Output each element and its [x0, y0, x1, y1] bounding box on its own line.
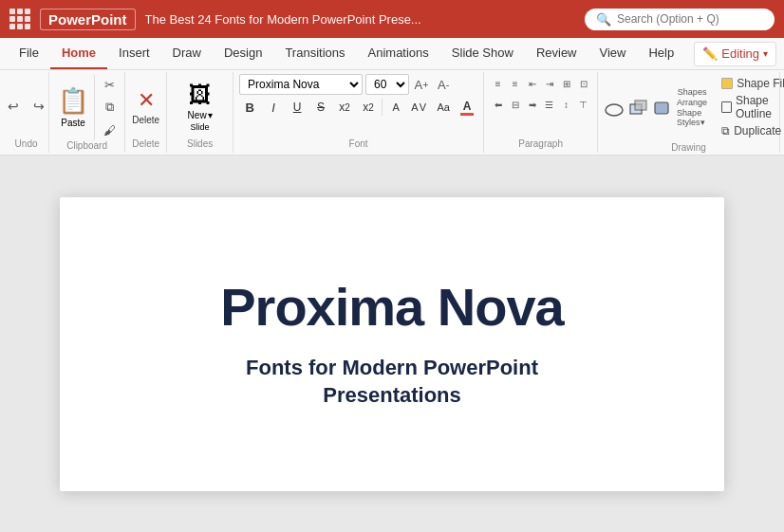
shape-fill-label: Shape Fill — [737, 77, 784, 90]
italic-button[interactable]: I — [263, 97, 284, 118]
canvas-area: Proxima Nova Fonts for Modern PowerPoint… — [0, 156, 784, 532]
font-group: Proxima Nova 60 A+ A- B I U S x2 x2 A AV… — [233, 72, 484, 153]
font-color-button[interactable]: A — [457, 97, 477, 118]
chevron-down-icon: ▾ — [763, 48, 768, 59]
tab-design[interactable]: Design — [213, 38, 273, 69]
align-text-button[interactable]: ⊤ — [575, 95, 591, 114]
columns-button[interactable]: ⊞ — [558, 74, 574, 93]
paragraph-group-label: Paragraph — [490, 138, 591, 151]
shape-arrange-button[interactable] — [627, 94, 648, 120]
align-right-button[interactable]: ➡ — [524, 95, 540, 114]
bold-button[interactable]: B — [239, 97, 260, 118]
search-box[interactable]: 🔍 — [585, 9, 775, 30]
increase-indent-button[interactable]: ⇥ — [541, 74, 557, 93]
text-shadow-button[interactable]: A — [385, 97, 406, 118]
slide-canvas: Proxima Nova Fonts for Modern PowerPoint… — [60, 197, 724, 491]
shape-outline-label: Shape Outline — [736, 94, 784, 120]
tab-view[interactable]: View — [588, 38, 638, 69]
paragraph-dialog-button[interactable]: ⊡ — [575, 74, 591, 93]
shapes-label-group: Shapes Arrange Shape Styles▾ — [677, 87, 707, 127]
font-case-button[interactable]: Aa — [433, 97, 454, 118]
svg-rect-3 — [655, 102, 668, 114]
numbered-list-button[interactable]: ≡ — [507, 74, 523, 93]
svg-point-0 — [606, 104, 623, 116]
styles-label: Shape Styles▾ — [677, 108, 707, 127]
slide-subtitle: Fonts for Modern PowerPoint Presentation… — [246, 354, 538, 410]
app-grid-icon[interactable] — [9, 9, 30, 29]
subscript-button[interactable]: x2 — [334, 97, 355, 118]
copy-button[interactable]: ⧉ — [97, 97, 121, 118]
font-color-icon: A — [460, 100, 474, 116]
tab-review[interactable]: Review — [525, 38, 588, 69]
font-name-row: Proxima Nova 60 A+ A- — [239, 74, 477, 95]
duplicate-icon: ⧉ — [721, 124, 730, 138]
editing-mode-button[interactable]: ✏️ Editing ▾ — [694, 42, 776, 66]
tab-draw[interactable]: Draw — [161, 38, 213, 69]
character-spacing-button[interactable]: AV — [409, 97, 430, 118]
font-size-increase-button[interactable]: A+ — [412, 75, 431, 94]
cut-button[interactable]: ✂ — [97, 74, 121, 95]
drawing-group: Shapes Arrange Shape Styles▾ Shape Fill … — [598, 72, 780, 153]
title-bar: PowerPoint The Best 24 Fonts for Modern … — [0, 0, 784, 38]
shapes-label: Shapes — [678, 87, 707, 97]
paste-icon: 📋 — [58, 86, 88, 116]
arrange-label: Arrange — [677, 98, 707, 107]
underline-button[interactable]: U — [287, 97, 308, 118]
new-slide-label: New▾ — [188, 110, 213, 120]
duplicate-label: Duplicate — [734, 124, 781, 138]
new-slide-button[interactable]: 🖼 New▾ Slide — [180, 78, 220, 136]
tab-transitions[interactable]: Transitions — [273, 38, 356, 69]
delete-button[interactable]: ✕ Delete — [127, 85, 164, 128]
tab-file[interactable]: File — [8, 38, 50, 69]
undo-redo-buttons: ↩ ↪ — [1, 96, 51, 117]
new-slide-sublabel: Slide — [191, 122, 210, 132]
drawing-shapes-row: Shapes Arrange Shape Styles▾ Shape Fill … — [604, 74, 774, 140]
delete-group-label: Delete — [132, 138, 159, 151]
slides-group-label: Slides — [187, 138, 213, 151]
tab-help[interactable]: Help — [637, 38, 685, 69]
redo-button[interactable]: ↪ — [27, 96, 51, 117]
decrease-indent-button[interactable]: ⇤ — [524, 74, 540, 93]
strikethrough-button[interactable]: S — [310, 97, 331, 118]
bullets-button[interactable]: ≡ — [490, 74, 506, 93]
superscript-button[interactable]: x2 — [358, 97, 379, 118]
shape-outline-button[interactable]: Shape Outline — [719, 93, 784, 121]
shape-fill-button[interactable]: Shape Fill — [719, 76, 784, 91]
delete-content: ✕ Delete — [127, 74, 164, 138]
clipboard-group: 📋 Paste ✂ ⧉ 🖌 Clipboard — [49, 72, 125, 153]
shape-fill-icon — [721, 78, 733, 89]
search-input[interactable] — [617, 12, 750, 26]
paste-button[interactable]: 📋 Paste — [52, 74, 95, 140]
slide-subtitle-line1: Fonts for Modern PowerPoint — [246, 356, 538, 379]
delete-group: ✕ Delete Delete — [125, 72, 167, 153]
slides-group: 🖼 New▾ Slide Slides — [167, 72, 233, 153]
duplicate-button[interactable]: ⧉ Duplicate — [719, 123, 784, 138]
align-left-button[interactable]: ⬅ — [490, 95, 506, 114]
undo-group-label: Undo — [15, 138, 38, 151]
undo-group-content: ↩ ↪ — [1, 74, 51, 138]
font-group-label: Font — [239, 138, 477, 151]
undo-button[interactable]: ↩ — [1, 96, 26, 117]
justify-button[interactable]: ☰ — [541, 95, 557, 114]
format-painter-button[interactable]: 🖌 — [97, 119, 121, 140]
delete-icon: ✕ — [138, 88, 155, 113]
text-direction-button[interactable]: ↕ — [558, 95, 574, 114]
delete-label: Delete — [132, 115, 159, 125]
ribbon-toolbar: ↩ ↪ Undo 📋 Paste ✂ ⧉ 🖌 Clipboard ✕ Delet… — [0, 70, 784, 156]
pencil-icon: ✏️ — [702, 46, 718, 61]
slides-content: 🖼 New▾ Slide — [180, 74, 220, 138]
paste-label: Paste — [61, 118, 85, 128]
align-center-button[interactable]: ⊟ — [507, 95, 523, 114]
font-size-decrease-button[interactable]: A- — [434, 75, 453, 94]
shape-props: Shape Fill Shape Outline ⧉ Duplicate — [713, 74, 784, 140]
font-name-select[interactable]: Proxima Nova — [239, 74, 363, 95]
tab-slideshow[interactable]: Slide Show — [440, 38, 525, 69]
doc-title: The Best 24 Fonts for Modern PowerPoint … — [145, 12, 575, 27]
shape-styles-button[interactable] — [651, 94, 672, 120]
tab-home[interactable]: Home — [50, 38, 107, 69]
tab-animations[interactable]: Animations — [357, 38, 440, 69]
tab-insert[interactable]: Insert — [107, 38, 161, 69]
font-size-select[interactable]: 60 — [365, 74, 409, 95]
new-slide-icon: 🖼 — [189, 82, 212, 108]
shape-circle-item[interactable] — [604, 94, 625, 120]
